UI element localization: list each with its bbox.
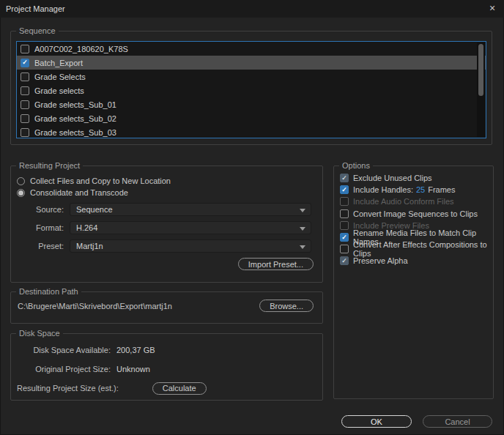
ok-button[interactable]: OK xyxy=(341,415,412,428)
radio-label: Consolidate and Transcode xyxy=(30,188,128,197)
option-checkbox xyxy=(340,197,349,206)
format-field-row: Format: H.264 xyxy=(11,221,311,234)
format-select[interactable]: H.264 xyxy=(70,221,311,234)
option-label: Include Audio Conform Files xyxy=(353,197,454,206)
sequence-row[interactable]: Grade selects_Sub_02 xyxy=(17,111,486,125)
destination-path-group-label: Destination Path xyxy=(16,287,81,296)
option-row[interactable]: Include Audio Conform Files xyxy=(340,196,493,207)
preset-select[interactable]: Martj1n xyxy=(70,239,311,253)
destination-path-value: C:\Brugere\Marti\Skrivebord\Export\martj… xyxy=(18,302,172,311)
sequence-item-checkbox[interactable] xyxy=(21,114,29,123)
sequence-item-label: Grade selects_Sub_02 xyxy=(34,114,116,123)
sequence-group: Sequence A007C002_180620_K78S✓Batch_Expo… xyxy=(10,31,492,145)
source-select-value: Sequence xyxy=(76,205,113,214)
radio-label: Collect Files and Copy to New Location xyxy=(30,176,171,185)
sequence-item-checkbox[interactable] xyxy=(21,100,29,109)
sequence-row[interactable]: Grade selects xyxy=(17,83,486,97)
original-project-size-label: Original Project Size: xyxy=(17,365,111,373)
option-label: Exclude Unused Clips xyxy=(353,174,432,182)
close-icon[interactable]: × xyxy=(481,0,504,18)
option-checkbox: ✓ xyxy=(340,256,349,265)
disk-space-available-label: Disk Space Available: xyxy=(17,346,111,354)
option-row[interactable]: Convert After Effects Compositions to Cl… xyxy=(340,243,493,255)
scrollbar-thumb[interactable] xyxy=(478,44,483,96)
sequence-item-checkbox[interactable] xyxy=(21,72,29,81)
cancel-button[interactable]: Cancel xyxy=(423,415,492,428)
browse-button[interactable]: Browse... xyxy=(259,300,314,312)
sequence-item-checkbox[interactable]: ✓ xyxy=(21,59,29,67)
window-title: Project Manager xyxy=(6,0,65,18)
options-group-label: Options xyxy=(339,161,373,170)
preset-label: Preset: xyxy=(11,242,64,250)
radio-collect-files[interactable]: Collect Files and Copy to New Location xyxy=(17,175,322,187)
disk-space-group: Disk Space Disk Space Available: 200,37 … xyxy=(10,333,323,401)
disk-space-available-value: 200,37 GB xyxy=(116,346,155,354)
chevron-down-icon xyxy=(300,227,305,231)
sequence-row[interactable]: A007C002_180620_K78S xyxy=(17,42,486,56)
preset-select-value: Martj1n xyxy=(76,242,103,250)
source-field-row: Source: Sequence xyxy=(11,203,311,216)
option-checkbox[interactable]: ✓ xyxy=(340,233,349,242)
option-label: Preserve Alpha xyxy=(353,256,408,265)
sequence-row[interactable]: ✓Batch_Export xyxy=(17,56,486,70)
option-value[interactable]: 25 xyxy=(416,185,425,194)
option-checkbox[interactable] xyxy=(340,209,349,218)
sequence-row[interactable]: Grade Selects xyxy=(17,70,486,83)
sequence-item-checkbox[interactable] xyxy=(21,128,29,137)
option-checkbox[interactable]: ✓ xyxy=(340,185,349,194)
source-select[interactable]: Sequence xyxy=(70,203,311,216)
sequence-row[interactable]: Grade selects_Sub_03 xyxy=(17,125,486,138)
source-label: Source: xyxy=(11,205,64,214)
resulting-project-group: Resulting Project Collect Files and Copy… xyxy=(10,166,323,283)
sequence-list: A007C002_180620_K78S✓Batch_ExportGrade S… xyxy=(16,41,486,138)
radio-consolidate-transcode[interactable]: Consolidate and Transcode xyxy=(17,187,322,198)
radio-icon[interactable] xyxy=(17,189,25,197)
original-project-size-row: Original Project Size: Unknown xyxy=(17,363,150,375)
sequence-item-checkbox[interactable] xyxy=(21,45,29,53)
option-suffix: Frames xyxy=(428,185,455,194)
options-group: Options ✓Exclude Unused Clips✓Include Ha… xyxy=(333,166,494,399)
title-bar: Project Manager × xyxy=(0,0,504,18)
disk-space-available-row: Disk Space Available: 200,37 GB xyxy=(17,344,155,356)
option-label: Convert Image Sequences to Clips xyxy=(353,209,478,218)
option-row[interactable]: ✓Exclude Unused Clips xyxy=(340,172,493,184)
preset-field-row: Preset: Martj1n xyxy=(11,239,311,253)
project-manager-dialog: { "window": { "title": "Project Manager"… xyxy=(0,0,504,435)
disk-space-group-label: Disk Space xyxy=(16,329,63,338)
resulting-project-size-row: Resulting Project Size (est.): Calculate xyxy=(17,382,207,394)
format-select-value: H.264 xyxy=(76,223,97,232)
original-project-size-value: Unknown xyxy=(116,365,150,373)
sequence-item-label: Grade selects_Sub_01 xyxy=(34,100,116,109)
sequence-row[interactable]: Grade selects_Sub_01 xyxy=(17,97,486,111)
option-checkbox: ✓ xyxy=(340,174,349,182)
format-label: Format: xyxy=(11,223,64,232)
sequence-group-label: Sequence xyxy=(16,26,59,35)
radio-icon[interactable] xyxy=(17,177,25,185)
chevron-down-icon xyxy=(300,209,305,212)
option-checkbox[interactable] xyxy=(340,245,349,253)
chevron-down-icon xyxy=(300,245,305,249)
calculate-button[interactable]: Calculate xyxy=(152,382,207,395)
option-checkbox xyxy=(340,221,349,230)
option-label: Include Handles: xyxy=(353,185,413,194)
option-row[interactable]: Convert Image Sequences to Clips xyxy=(340,208,493,220)
sequence-item-label: Grade Selects xyxy=(34,72,86,81)
import-preset-button[interactable]: Import Preset... xyxy=(238,258,314,270)
sequence-item-label: Grade selects xyxy=(34,86,84,95)
resulting-project-size-label: Resulting Project Size (est.): xyxy=(17,384,119,393)
option-label: Convert After Effects Compositions to Cl… xyxy=(353,240,493,258)
option-row[interactable]: ✓Include Handles:25Frames xyxy=(340,184,493,196)
sequence-item-checkbox[interactable] xyxy=(21,86,29,95)
sequence-item-label: A007C002_180620_K78S xyxy=(34,45,128,53)
options-list: ✓Exclude Unused Clips✓Include Handles:25… xyxy=(334,172,493,267)
sequence-item-label: Grade selects_Sub_03 xyxy=(34,128,116,137)
scrollbar[interactable] xyxy=(477,42,485,137)
sequence-item-label: Batch_Export xyxy=(34,59,83,67)
resulting-project-group-label: Resulting Project xyxy=(16,161,83,170)
destination-path-group: Destination Path C:\Brugere\Marti\Skrive… xyxy=(10,291,323,324)
